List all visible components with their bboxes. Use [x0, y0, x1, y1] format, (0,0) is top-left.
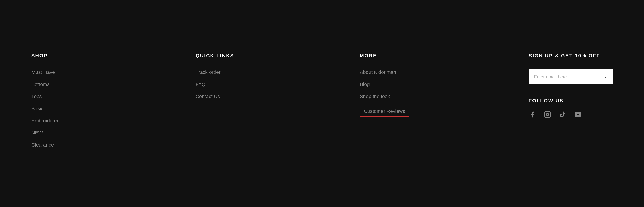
instagram-icon[interactable]	[544, 111, 551, 118]
link-about[interactable]: About Kidoriman	[360, 70, 410, 75]
facebook-icon[interactable]	[528, 111, 536, 118]
link-embroidered[interactable]: Embroidered	[31, 118, 76, 124]
quick-links-section: QUICK LINKS Track order FAQ Contact Us	[196, 53, 240, 154]
email-form: →	[528, 70, 613, 84]
svg-point-1	[546, 113, 549, 116]
quick-links-title: QUICK LINKS	[196, 53, 240, 59]
link-basic[interactable]: Basic	[31, 106, 76, 112]
link-contact-us[interactable]: Contact Us	[196, 94, 240, 100]
more-title: MORE	[360, 53, 410, 59]
link-customer-reviews[interactable]: Customer Reviews	[360, 106, 410, 117]
link-tops[interactable]: Tops	[31, 94, 76, 100]
link-track-order[interactable]: Track order	[196, 70, 240, 75]
link-clearance[interactable]: Clearance	[31, 142, 76, 148]
footer: SHOP Must Have Bottoms Tops Basic Embroi…	[0, 35, 644, 172]
signup-section: SIGN UP & GET 10% OFF → FOLLOW US	[528, 53, 613, 154]
email-input[interactable]	[528, 70, 596, 84]
shop-section: SHOP Must Have Bottoms Tops Basic Embroi…	[31, 53, 76, 154]
link-blog[interactable]: Blog	[360, 82, 410, 87]
svg-rect-0	[544, 112, 550, 118]
signup-title: SIGN UP & GET 10% OFF	[528, 53, 613, 59]
link-shop-the-look[interactable]: Shop the look	[360, 94, 410, 100]
shop-title: SHOP	[31, 53, 76, 59]
more-section: MORE About Kidoriman Blog Shop the look …	[360, 53, 410, 154]
social-icons-container	[528, 111, 613, 118]
svg-point-2	[548, 112, 550, 113]
follow-title: FOLLOW US	[528, 98, 613, 104]
link-new[interactable]: NEW	[31, 130, 76, 136]
link-faq[interactable]: FAQ	[196, 82, 240, 87]
youtube-icon[interactable]	[574, 111, 582, 118]
link-must-have[interactable]: Must Have	[31, 70, 76, 75]
email-submit-button[interactable]: →	[596, 70, 613, 84]
link-bottoms[interactable]: Bottoms	[31, 82, 76, 87]
tiktok-icon[interactable]	[559, 111, 566, 118]
arrow-icon: →	[602, 74, 607, 80]
